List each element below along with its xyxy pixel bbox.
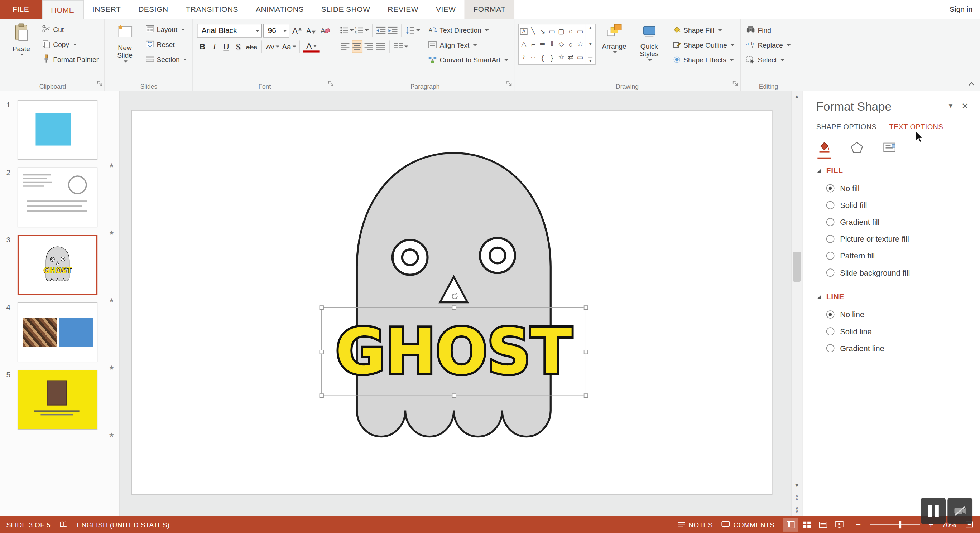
bullets-button[interactable] <box>340 24 354 37</box>
shape-glyph-arrow-line[interactable]: ↘ <box>540 27 546 35</box>
scrollbar-track[interactable] <box>792 102 802 480</box>
clipboard-dialog-launcher[interactable] <box>97 78 103 89</box>
shape-glyph-star2[interactable]: ☆ <box>558 53 565 62</box>
tab-animations[interactable]: ANIMATIONS <box>247 0 312 19</box>
paragraph-dialog-launcher[interactable] <box>506 78 512 89</box>
shape-glyph-brace-right[interactable]: } <box>551 53 553 61</box>
tab-view[interactable]: VIEW <box>427 0 465 19</box>
shape-glyph-textbox[interactable]: A <box>520 28 528 35</box>
shape-glyph-callout[interactable]: ▭ <box>577 53 583 62</box>
normal-view-button[interactable] <box>783 518 799 531</box>
layout-dropdown-icon[interactable] <box>181 28 185 30</box>
font-name-combo[interactable]: Arial Black <box>197 24 262 37</box>
decrease-indent-button[interactable] <box>376 24 387 37</box>
collapse-ribbon-icon[interactable] <box>968 77 975 89</box>
underline-button[interactable]: U <box>221 40 232 53</box>
rotate-handle[interactable] <box>450 292 459 303</box>
fill-option-gradient-fill[interactable]: Gradient fill <box>816 214 970 230</box>
webcam-off-button[interactable] <box>947 498 972 524</box>
sign-in-link[interactable]: Sign in <box>942 0 980 19</box>
shape-glyph-arc[interactable]: ⌣ <box>531 53 536 62</box>
text-fill-outline-icon[interactable] <box>818 141 831 159</box>
shape-glyph-star[interactable]: ☆ <box>577 40 583 49</box>
scrollbar-thumb[interactable] <box>793 252 800 282</box>
shape-glyph-diamond[interactable]: ◇ <box>559 40 564 49</box>
shrink-font-button[interactable]: A <box>305 24 317 37</box>
shape-glyph-oval[interactable]: ○ <box>569 28 573 35</box>
shape-glyph-rectangle[interactable]: ▭ <box>549 27 555 35</box>
shape-fill-button[interactable]: Shape Fill <box>671 23 737 37</box>
shape-glyph-rounded-rectangle[interactable]: ▢ <box>558 27 565 35</box>
pause-recording-button[interactable] <box>921 498 946 524</box>
resize-handle-top-center[interactable] <box>452 305 456 309</box>
italic-button[interactable]: I <box>209 40 220 53</box>
slide-show-button[interactable] <box>832 518 847 531</box>
vertical-scrollbar[interactable]: ▲ ▼ ∧∧ ∨∨ <box>791 91 802 516</box>
fill-option-solid-fill[interactable]: Solid fill <box>816 197 970 214</box>
tab-review[interactable]: REVIEW <box>379 0 427 19</box>
shape-glyph-right-triangle[interactable]: ⌐ <box>531 40 535 48</box>
fill-option-picture-or-texture-fill[interactable]: Picture or texture fill <box>816 230 970 247</box>
grow-font-button[interactable]: A <box>291 24 303 37</box>
comments-button[interactable]: COMMENTS <box>721 520 775 529</box>
section-button[interactable]: Section <box>144 52 189 66</box>
tab-format[interactable]: FORMAT <box>465 0 514 19</box>
line-option-no-line[interactable]: No line <box>816 306 970 323</box>
fill-option-no-fill[interactable]: No fill <box>816 180 970 197</box>
shape-glyph-arrow-right[interactable]: ⇒ <box>540 40 546 49</box>
select-button[interactable]: Select <box>745 53 792 67</box>
line-option-solid-line[interactable]: Solid line <box>816 323 970 340</box>
quick-styles-button[interactable]: Quick Styles <box>633 21 665 80</box>
resize-handle-top-right[interactable] <box>584 305 588 309</box>
arrange-button[interactable]: Arrange <box>598 21 630 80</box>
resize-handle-top-left[interactable] <box>320 305 324 309</box>
pane-close-icon[interactable]: ✕ <box>961 101 969 111</box>
scroll-down-icon[interactable]: ▼ <box>792 481 802 491</box>
layout-button[interactable]: Layout <box>144 22 189 36</box>
textbox-icon[interactable] <box>883 141 896 158</box>
line-option-gradient-line[interactable]: Gradient line <box>816 340 970 357</box>
tab-design[interactable]: DESIGN <box>130 0 177 19</box>
slide-indicator[interactable]: SLIDE 3 OF 5 <box>6 520 51 528</box>
slide-thumbnail-4[interactable]: 4 ★ <box>0 303 119 370</box>
resize-handle-bottom-right[interactable] <box>584 393 588 398</box>
paste-button[interactable]: Paste <box>5 21 38 80</box>
scroll-up-icon[interactable]: ▲ <box>792 91 802 102</box>
align-right-button[interactable] <box>364 40 375 53</box>
shape-glyph-line[interactable]: ╲ <box>531 27 536 35</box>
reset-button[interactable]: Reset <box>144 38 189 51</box>
copy-dropdown-icon[interactable] <box>73 43 76 45</box>
shape-outline-button[interactable]: Shape Outline <box>671 38 737 52</box>
line-spacing-button[interactable] <box>405 24 420 37</box>
align-left-button[interactable] <box>340 40 351 53</box>
replace-button[interactable]: ab Replace <box>745 38 792 52</box>
change-case-button[interactable]: Aa <box>282 40 297 53</box>
convert-to-smartart-button[interactable]: Convert to SmartArt <box>426 53 510 67</box>
text-direction-button[interactable]: A Text Direction <box>426 23 510 37</box>
new-slide-button[interactable]: New Slide <box>108 21 141 80</box>
slide-sorter-view-button[interactable] <box>799 518 815 531</box>
reading-view-button[interactable] <box>816 518 830 531</box>
cut-button[interactable]: Cut <box>40 22 101 36</box>
fill-option-pattern-fill[interactable]: Pattern fill <box>816 247 970 264</box>
text-effects-icon[interactable] <box>850 141 864 158</box>
drawing-dialog-launcher[interactable] <box>733 78 739 89</box>
slide-thumbnail-2[interactable]: 2 ★ <box>0 168 119 235</box>
shape-glyph-arrow-down[interactable]: ⇓ <box>549 40 555 49</box>
strikethrough-button[interactable]: abc <box>245 40 258 53</box>
increase-indent-button[interactable] <box>388 24 399 37</box>
next-slide-button[interactable]: ∨∨ <box>792 503 802 516</box>
previous-slide-button[interactable]: ∧∧ <box>792 491 802 503</box>
language-indicator[interactable]: ENGLISH (UNITED STATES) <box>76 520 169 528</box>
font-dialog-launcher[interactable] <box>328 78 334 89</box>
tab-transitions[interactable]: TRANSITIONS <box>177 0 247 19</box>
proofing-icon[interactable] <box>59 520 68 529</box>
align-text-button[interactable]: Align Text <box>426 38 510 52</box>
zoom-slider[interactable] <box>870 524 920 525</box>
resize-handle-middle-left[interactable] <box>320 350 324 354</box>
find-button[interactable]: Find <box>745 23 792 37</box>
new-slide-dropdown-icon[interactable] <box>124 60 127 62</box>
tab-text-options[interactable]: TEXT OPTIONS <box>889 123 943 131</box>
slide-thumbnail-3[interactable]: 3 GHOST ★ <box>0 235 119 302</box>
align-center-button[interactable] <box>352 40 363 53</box>
